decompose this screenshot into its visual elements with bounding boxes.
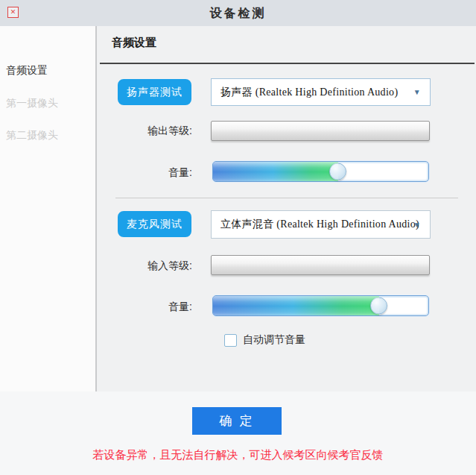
input-level-label: 输入等级: bbox=[97, 259, 192, 273]
section-title: 音频设置 bbox=[112, 36, 156, 50]
header: ✕ 设备检测 bbox=[0, 0, 476, 26]
speaker-volume-slider[interactable] bbox=[212, 161, 429, 182]
sidebar-item-audio-settings[interactable]: 音频设置 bbox=[6, 64, 48, 78]
sidebar-item-camera-1[interactable]: 第一摄像头 bbox=[6, 97, 58, 110]
output-level-label: 输出等级: bbox=[97, 125, 192, 138]
device-check-window: ✕ 设备检测 音频设置 第一摄像头 第二摄像头 音频设置 扬声器测试 扬声器 (… bbox=[0, 0, 476, 475]
speaker-device-value: 扬声器 (Realtek High Definition Audio) bbox=[220, 86, 398, 99]
page-title: 设备检测 bbox=[0, 0, 476, 26]
confirm-button[interactable]: 确 定 bbox=[192, 407, 282, 435]
microphone-volume-slider[interactable] bbox=[212, 295, 429, 316]
microphone-volume-fill bbox=[213, 296, 379, 315]
speaker-device-select[interactable]: 扬声器 (Realtek High Definition Audio) ▼ bbox=[211, 78, 431, 106]
auto-adjust-volume-label[interactable]: 自动调节音量 bbox=[243, 333, 305, 347]
speaker-test-button[interactable]: 扬声器测试 bbox=[118, 79, 191, 105]
microphone-volume-knob[interactable] bbox=[370, 298, 387, 315]
speaker-volume-fill bbox=[213, 162, 338, 181]
chevron-down-icon: ▼ bbox=[413, 88, 421, 96]
warning-text: 若设备异常，且无法自行解决，可进入候考区向候考官反馈 bbox=[0, 448, 476, 462]
section-underline bbox=[100, 63, 475, 64]
microphone-volume-label: 音量: bbox=[97, 301, 192, 314]
microphone-device-value: 立体声混音 (Realtek High Definition Audio) bbox=[220, 218, 419, 231]
microphone-device-select[interactable]: 立体声混音 (Realtek High Definition Audio) ▼ bbox=[211, 210, 431, 239]
speaker-volume-label: 音量: bbox=[97, 166, 192, 180]
audio-settings-panel: 音频设置 扬声器测试 扬声器 (Realtek High Definition … bbox=[97, 26, 476, 391]
chevron-down-icon: ▼ bbox=[413, 221, 421, 229]
sidebar-item-camera-2[interactable]: 第二摄像头 bbox=[6, 129, 58, 142]
footer: 确 定 若设备异常，且无法自行解决，可进入候考区向候考官反馈 bbox=[0, 391, 476, 475]
microphone-test-button[interactable]: 麦克风测试 bbox=[118, 211, 191, 237]
sidebar: 音频设置 第一摄像头 第二摄像头 bbox=[0, 26, 95, 391]
auto-adjust-volume-checkbox[interactable] bbox=[224, 334, 237, 347]
speaker-volume-knob[interactable] bbox=[329, 163, 346, 180]
output-level-meter bbox=[211, 121, 430, 141]
section-divider bbox=[115, 198, 458, 198]
input-level-meter bbox=[211, 255, 430, 275]
